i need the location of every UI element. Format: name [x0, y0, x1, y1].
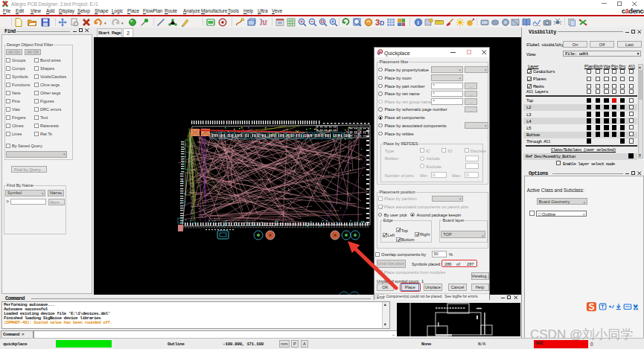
svg-text:●●: ●●: [436, 333, 440, 337]
svg-text:i: i: [418, 19, 419, 26]
svg-text:D: D: [380, 19, 384, 27]
